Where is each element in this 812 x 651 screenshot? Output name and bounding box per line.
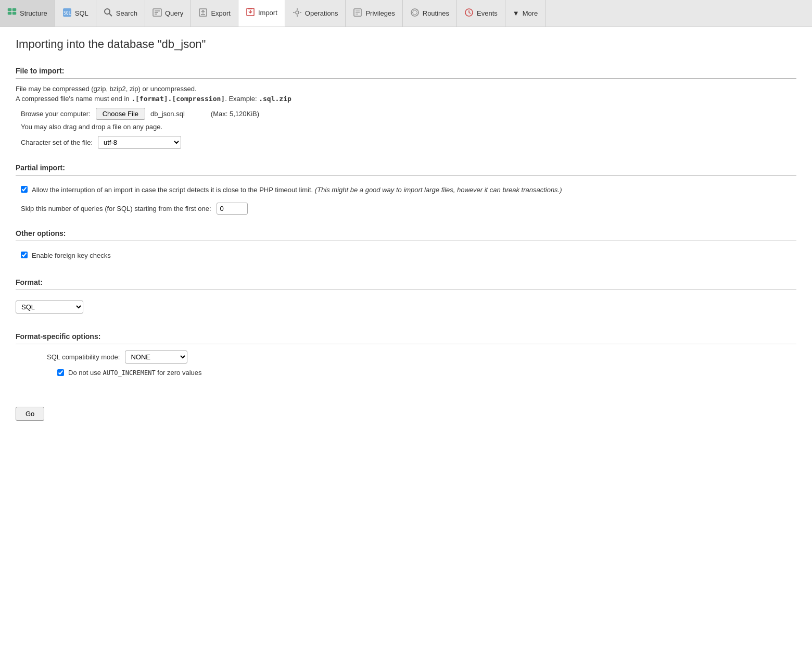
charset-row: Character set of the file: utf-8 utf-16 … [21,136,796,149]
nav-query[interactable]: Query [145,0,191,27]
format-select[interactable]: SQL CSV JSON XML [16,301,83,314]
auto-increment-label: Do not use AUTO_INCREMENT for zero value… [68,369,202,377]
svg-text:SQL: SQL [64,11,71,16]
nav-structure-label: Structure [20,9,47,17]
nav-more-label: More [523,9,538,17]
foreign-key-checkbox-row: Enable foreign key checks [16,247,796,264]
format-section: Format: SQL CSV JSON XML [16,278,796,318]
routines-icon [410,8,420,19]
nav-structure[interactable]: Structure [0,0,55,27]
nav-operations[interactable]: Operations [285,0,346,27]
query-icon [153,8,162,19]
search-icon [104,8,113,19]
nav-export-label: Export [211,9,231,17]
go-button[interactable]: Go [16,407,44,421]
nav-privileges-label: Privileges [365,9,395,17]
format-specific-section: Format-specific options: SQL compatibili… [16,332,796,377]
nav-events-label: Events [477,9,498,17]
sql-icon: SQL [62,8,72,19]
privileges-icon [353,8,362,19]
interruption-checkbox-row: Allow the interruption of an import in c… [16,182,796,198]
main-content: Importing into the database "db_json" Fi… [0,27,812,651]
nav-sql-label: SQL [75,9,88,17]
drag-drop-hint: You may also drag and drop a file on any… [21,123,796,131]
max-size-display: (Max: 5,120KiB) [211,110,259,118]
charset-select[interactable]: utf-8 utf-16 latin1 ascii [98,136,181,149]
svg-line-30 [469,12,471,14]
compat-label: SQL compatibility mode: [47,353,120,361]
other-options-section: Other options: Enable foreign key checks [16,229,796,264]
nav-operations-label: Operations [305,9,338,17]
events-icon [464,8,474,19]
nav-query-label: Query [165,9,183,17]
more-chevron-icon: ▼ [513,9,519,17]
svg-point-6 [105,9,110,14]
navbar: Structure SQL SQL Search Qu [0,0,812,27]
compat-row: SQL compatibility mode: NONE ANSI DB2 MA… [47,350,796,364]
nav-routines[interactable]: Routines [403,0,457,27]
nav-sql[interactable]: SQL SQL [55,0,96,27]
auto-increment-row: Do not use AUTO_INCREMENT for zero value… [57,369,796,377]
structure-icon [7,8,17,19]
file-import-header: File to import: [16,67,796,79]
svg-point-18 [296,11,299,14]
nav-routines-label: Routines [423,9,449,17]
nav-import[interactable]: Import [238,0,285,27]
nav-import-label: Import [258,9,277,17]
foreign-key-label: Enable foreign key checks [32,251,111,261]
nav-events[interactable]: Events [457,0,505,27]
page-title: Importing into the database "db_json" [16,37,796,51]
interruption-label: Allow the interruption of an import in c… [32,185,562,195]
export-icon [198,8,208,19]
nav-search-label: Search [116,9,137,17]
choose-file-button[interactable]: Choose File [96,108,145,120]
partial-import-section: Partial import: Allow the interruption o… [16,164,796,215]
partial-import-header: Partial import: [16,164,796,176]
other-options-header: Other options: [16,229,796,241]
info2-bold: .[format].[compression] [131,95,225,103]
skip-row: Skip this number of queries (for SQL) st… [21,203,791,215]
nav-privileges[interactable]: Privileges [346,0,402,27]
svg-rect-0 [8,8,11,11]
nav-search[interactable]: Search [96,0,145,27]
info2-text: A compressed file's name must end in [16,95,131,103]
svg-rect-2 [12,8,16,11]
nav-more[interactable]: ▼ More [505,0,546,27]
skip-input[interactable] [217,203,248,215]
svg-rect-3 [12,12,16,15]
browse-label: Browse your computer: [21,110,91,118]
info2-example: .sql.zip [259,95,291,103]
format-specific-header: Format-specific options: [16,332,796,344]
file-import-section: File to import: File may be compressed (… [16,67,796,149]
import-icon [246,7,255,18]
file-import-info1: File may be compressed (gzip, bzip2, zip… [16,85,796,93]
filename-display: db_json.sql [150,110,185,118]
browse-row: Browse your computer: Choose File db_jso… [21,108,796,120]
interruption-checkbox[interactable] [21,186,28,193]
operations-icon [293,8,302,19]
compat-select[interactable]: NONE ANSI DB2 MAXDB MYSQL323 MYSQL40 MSS… [125,350,187,364]
skip-label: Skip this number of queries (for SQL) st… [21,205,211,212]
info2-end: . Example: [225,95,259,103]
svg-line-7 [109,14,112,16]
nav-export[interactable]: Export [191,0,238,27]
auto-increment-checkbox[interactable] [57,369,64,376]
format-header: Format: [16,278,796,290]
file-import-info2: A compressed file's name must end in .[f… [16,95,796,103]
svg-rect-1 [8,12,11,15]
charset-label: Character set of the file: [21,139,93,146]
foreign-key-checkbox[interactable] [21,252,28,258]
